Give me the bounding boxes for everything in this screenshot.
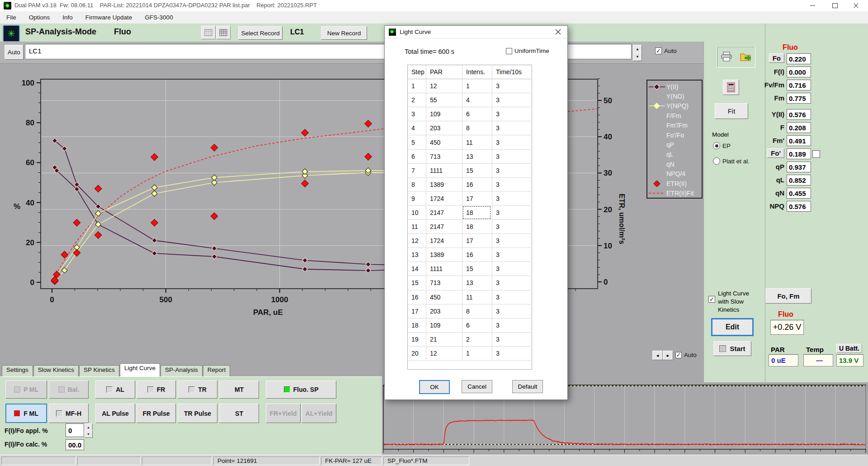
tab-slow-kinetics[interactable]: Slow Kinetics — [33, 365, 79, 376]
table-cell[interactable]: 18 — [462, 220, 492, 234]
table-cell[interactable]: 1389 — [426, 178, 462, 192]
grid-view-icon[interactable] — [201, 26, 216, 39]
table-cell[interactable]: 713 — [426, 150, 462, 164]
table-cell[interactable]: 3 — [492, 192, 531, 206]
control-button-f-ml[interactable]: F ML — [5, 404, 47, 423]
table-cell[interactable]: 1111 — [426, 164, 462, 178]
close-button[interactable] — [845, 0, 866, 11]
minimize-button[interactable] — [802, 0, 823, 11]
table-cell[interactable]: 16 — [462, 178, 492, 192]
control-button-tr[interactable]: TR — [178, 380, 217, 399]
table-cell[interactable]: 17 — [408, 304, 426, 319]
tab-sp-kinetics[interactable]: SP Kinetics — [79, 365, 119, 376]
legend-item-ynpq[interactable]: Y(NPQ) — [647, 101, 702, 111]
table-cell[interactable]: 3 — [492, 178, 531, 192]
table-cell[interactable]: 11 — [462, 290, 492, 304]
start-button[interactable]: Start — [713, 341, 751, 356]
table-view-icon[interactable] — [216, 26, 231, 39]
export-report-icon[interactable] — [740, 51, 751, 63]
control-button-fr-pulse[interactable]: FR Pulse — [137, 404, 176, 423]
legend-item-qn[interactable]: qN — [647, 159, 702, 169]
table-cell[interactable]: 2147 — [426, 220, 462, 234]
ok-button[interactable]: OK — [419, 380, 450, 394]
table-cell[interactable]: 2147 — [426, 206, 462, 220]
fit-button[interactable]: Fit — [715, 103, 748, 119]
table-cell[interactable]: 11 — [408, 220, 426, 234]
table-cell[interactable]: 9 — [408, 192, 426, 206]
table-cell[interactable]: 3 — [492, 93, 531, 107]
control-button-tr-pulse[interactable]: TR Pulse — [178, 404, 217, 423]
menu-item-firmware-update[interactable]: Firmware Update — [79, 11, 139, 24]
record-prev-arrow-icon[interactable]: ◄ — [652, 351, 663, 360]
table-cell[interactable]: 1111 — [426, 262, 462, 276]
table-cell[interactable]: 1724 — [426, 234, 462, 248]
table-cell[interactable]: 713 — [426, 276, 462, 290]
tab-sp-analysis[interactable]: SP-Analysis — [160, 365, 203, 376]
fluo-label-fo[interactable]: Fo' — [767, 148, 784, 158]
table-cell[interactable]: 3 — [492, 347, 531, 361]
table-cell[interactable]: 3 — [492, 135, 531, 149]
control-button-mf-h[interactable]: MF-H — [49, 404, 89, 423]
menu-item-info[interactable]: Info — [56, 11, 79, 24]
table-cell[interactable]: 3 — [492, 121, 531, 135]
tab-report[interactable]: Report — [203, 365, 231, 376]
appl-spinner-down-icon[interactable]: ▼ — [84, 430, 93, 438]
record-next-arrow-icon[interactable]: ► — [663, 351, 673, 360]
model-radio-ep[interactable]: EP — [713, 142, 731, 149]
legend-item-fmfm[interactable]: Fm'/Fm — [647, 121, 702, 130]
control-button-st[interactable]: ST — [219, 404, 259, 423]
table-cell[interactable]: 3 — [492, 248, 531, 262]
table-cell[interactable]: 17 — [462, 192, 492, 206]
legend-item-fofo[interactable]: Fo'/Fo — [647, 130, 702, 140]
table-cell[interactable]: 21 — [426, 333, 462, 347]
table-cell[interactable]: 3 — [492, 304, 531, 319]
control-button-fluo-sp[interactable]: Fluo. SP — [266, 380, 336, 399]
model-radio-platt[interactable]: Platt et al. — [713, 157, 750, 165]
auto-button[interactable]: Auto — [5, 45, 24, 60]
table-cell[interactable]: 4 — [408, 121, 426, 135]
default-button[interactable]: Default — [512, 380, 543, 393]
table-cell[interactable]: 109 — [426, 107, 462, 121]
legend-item-yii[interactable]: Y(II) — [647, 82, 702, 91]
table-cell[interactable]: 19 — [408, 333, 426, 347]
table-cell[interactable]: 6 — [408, 150, 426, 164]
menu-item-options[interactable]: Options — [23, 11, 57, 24]
legend-item-etrii[interactable]: ETR(II) — [647, 179, 702, 188]
control-button-mt[interactable]: MT — [219, 380, 259, 399]
table-cell[interactable]: 3 — [492, 333, 531, 347]
auto-checkbox[interactable]: ✓Auto — [655, 48, 677, 54]
edit-button[interactable]: Edit — [712, 319, 753, 336]
table-cell[interactable]: 2 — [462, 333, 492, 347]
table-cell[interactable]: 203 — [426, 304, 462, 319]
table-cell[interactable]: 13 — [408, 248, 426, 262]
calculator-icon[interactable] — [723, 80, 739, 95]
table-cell[interactable]: 6 — [462, 107, 492, 121]
dialog-close-icon[interactable] — [551, 27, 565, 37]
uniform-time-checkbox[interactable]: UniformTime — [506, 48, 549, 54]
table-cell[interactable]: 3 — [492, 262, 531, 276]
table-cell[interactable]: 13 — [462, 276, 492, 290]
legend-item-etriifit[interactable]: ETR(II)Fit — [647, 188, 702, 198]
table-cell[interactable]: 3 — [492, 220, 531, 234]
table-cell[interactable]: 12 — [426, 347, 462, 361]
legend-item-ffm[interactable]: F/Fm — [647, 111, 702, 120]
control-button-fr[interactable]: FR — [137, 380, 176, 399]
legend-item-ql[interactable]: qL — [647, 150, 702, 159]
table-cell[interactable]: 203 — [426, 121, 462, 135]
table-cell[interactable]: 15 — [462, 164, 492, 178]
fo-prime-checkbox[interactable] — [812, 150, 820, 158]
control-button-fr-yield[interactable]: FR+Yield — [266, 404, 301, 423]
menu-item-gfs-3000[interactable]: GFS-3000 — [138, 11, 179, 24]
appl-value-field[interactable]: 0 — [66, 423, 84, 437]
table-cell[interactable]: 16 — [462, 248, 492, 262]
table-cell[interactable]: 15 — [462, 262, 492, 276]
table-cell[interactable]: 4 — [462, 93, 492, 107]
table-cell[interactable]: 3 — [492, 107, 531, 121]
table-cell[interactable]: 12 — [426, 79, 462, 93]
table-cell[interactable]: 8 — [462, 304, 492, 319]
dialog-title-bar[interactable]: Light Curve — [385, 26, 567, 38]
table-cell[interactable]: 10 — [408, 206, 426, 220]
tab-light-curve[interactable]: Light Curve — [120, 363, 160, 376]
table-cell[interactable]: 7 — [408, 164, 426, 178]
control-button-al[interactable]: AL — [95, 380, 135, 399]
